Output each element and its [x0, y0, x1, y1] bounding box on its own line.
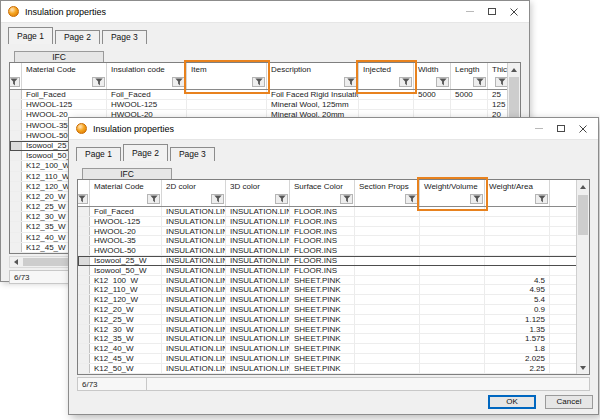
cell[interactable] — [485, 256, 550, 265]
filter-button[interactable] — [535, 194, 548, 204]
row-header-cell[interactable] — [10, 233, 22, 242]
cell[interactable]: SHEET.PINK — [290, 334, 355, 343]
row-header-cell[interactable] — [78, 315, 90, 324]
cell[interactable]: HWOOL-125 — [22, 100, 107, 109]
cell[interactable]: K12_20_W — [90, 305, 162, 314]
row-header-cell[interactable] — [10, 100, 22, 109]
table-row[interactable]: K12_35_WINSULATION.LINEINSULATION.LINESH… — [78, 334, 578, 344]
cell[interactable] — [420, 217, 485, 226]
cell[interactable]: INSULATION.LINE — [226, 354, 290, 363]
cell[interactable]: INSULATION.LINE — [226, 207, 290, 216]
column-header-insulation-code[interactable]: Insulation code — [107, 63, 187, 76]
row-header-cell[interactable] — [10, 192, 22, 201]
cell[interactable]: INSULATION.LINE — [226, 364, 290, 373]
cell[interactable]: INSULATION.LINE — [162, 285, 226, 294]
cell[interactable] — [550, 364, 578, 373]
column-header-material-code[interactable]: Material Code — [90, 180, 162, 193]
filter-cell[interactable] — [359, 76, 414, 89]
cell[interactable] — [355, 315, 420, 324]
cell[interactable] — [485, 217, 550, 226]
cell[interactable]: K12_25_W — [90, 315, 162, 324]
cell[interactable] — [355, 217, 420, 226]
cell[interactable]: 1.125 — [485, 315, 550, 324]
cell[interactable] — [550, 295, 578, 304]
cell[interactable] — [550, 315, 578, 324]
cell[interactable]: 5.4 — [485, 295, 550, 304]
cell[interactable] — [420, 285, 485, 294]
cell[interactable] — [420, 256, 485, 265]
cell[interactable] — [414, 100, 451, 109]
cell[interactable]: INSULATION.LINE — [226, 276, 290, 285]
filter-cell[interactable] — [420, 193, 485, 206]
cell[interactable] — [420, 276, 485, 285]
column-header-surface-color[interactable]: Surface Color — [290, 180, 355, 193]
close-button[interactable] — [503, 3, 525, 21]
filter-cell[interactable] — [267, 76, 359, 89]
maximize-button[interactable] — [481, 3, 503, 21]
cell[interactable] — [550, 236, 578, 245]
cell[interactable]: K12_100_W — [90, 276, 162, 285]
cell[interactable] — [355, 344, 420, 353]
cell[interactable] — [420, 334, 485, 343]
filter-cell[interactable] — [290, 193, 355, 206]
filter-cell[interactable] — [550, 193, 578, 206]
table-row[interactable]: K12_45_WINSULATION.LINEINSULATION.LINESH… — [78, 354, 578, 364]
table-row[interactable]: HWOOL-35INSULATION.LINEINSULATION.LINEFL… — [78, 236, 578, 246]
row-header-cell[interactable] — [10, 151, 22, 160]
minimize-button[interactable] — [459, 3, 481, 21]
cell[interactable]: INSULATION.LINE — [162, 354, 226, 363]
cell[interactable] — [550, 344, 578, 353]
cell[interactable] — [420, 295, 485, 304]
filter-button[interactable] — [92, 77, 105, 87]
cell[interactable]: 5000 — [451, 90, 488, 99]
table-row[interactable]: Foil_FacedINSULATION.LINEINSULATION.LINE… — [78, 207, 578, 217]
cell[interactable]: Mineral Wool, 125mm — [267, 100, 359, 109]
row-header-cell[interactable] — [10, 121, 22, 130]
cell[interactable]: SHEET.PINK — [290, 325, 355, 334]
cell[interactable]: INSULATION.LINE — [162, 276, 226, 285]
cell[interactable]: SHEET.PINK — [290, 315, 355, 324]
cell[interactable]: INSULATION.LINE — [226, 217, 290, 226]
table-row[interactable]: K12_30_WINSULATION.LINEINSULATION.LINESH… — [78, 325, 578, 335]
table-row[interactable]: HWOOL-50INSULATION.LINEINSULATION.LINEFL… — [78, 246, 578, 256]
row-header-cell[interactable] — [10, 243, 22, 252]
vertical-scrollbar[interactable] — [576, 180, 589, 374]
column-header-material-code[interactable]: Material Code — [22, 63, 107, 76]
cell[interactable]: 2.025 — [485, 354, 550, 363]
cell[interactable] — [355, 246, 420, 255]
scroll-down-button[interactable] — [577, 361, 589, 374]
row-header-cell[interactable] — [78, 364, 90, 373]
cell[interactable] — [355, 266, 420, 275]
cell[interactable] — [550, 266, 578, 275]
cell[interactable]: INSULATION.LINE — [226, 236, 290, 245]
cell[interactable]: INSULATION.LINE — [226, 266, 290, 275]
cell[interactable] — [550, 246, 578, 255]
table-row[interactable]: Isowool_25_WINSULATION.LINEINSULATION.LI… — [78, 256, 578, 266]
cell[interactable]: 5000 — [414, 90, 451, 99]
cell[interactable] — [355, 285, 420, 294]
row-header-cell[interactable] — [78, 305, 90, 314]
cell[interactable] — [550, 285, 578, 294]
row-header-cell[interactable] — [78, 207, 90, 216]
cell[interactable] — [420, 305, 485, 314]
cell[interactable] — [355, 276, 420, 285]
cell[interactable]: INSULATION.LINE — [162, 325, 226, 334]
cell[interactable]: INSULATION.LINE — [226, 246, 290, 255]
cell[interactable]: SHEET.PINK — [290, 285, 355, 294]
row-header-cell[interactable] — [10, 110, 22, 119]
cell[interactable]: SHEET.PINK — [290, 295, 355, 304]
cell[interactable]: FLOOR.INS — [290, 246, 355, 255]
row-header-cell[interactable] — [10, 212, 22, 221]
cell[interactable] — [420, 315, 485, 324]
cell[interactable]: Foil_Faced — [107, 90, 187, 99]
cell[interactable] — [485, 207, 550, 216]
table-row[interactable]: K12_50_WINSULATION.LINEINSULATION.LINESH… — [78, 364, 578, 374]
cell[interactable]: INSULATION.LINE — [162, 217, 226, 226]
column-header-description[interactable]: Description — [267, 63, 359, 76]
cell[interactable] — [355, 295, 420, 304]
cell[interactable] — [355, 227, 420, 236]
cell[interactable]: Foil_Faced — [90, 207, 162, 216]
row-header-cell[interactable] — [78, 354, 90, 363]
cell[interactable] — [420, 344, 485, 353]
filter-button[interactable] — [344, 77, 357, 87]
